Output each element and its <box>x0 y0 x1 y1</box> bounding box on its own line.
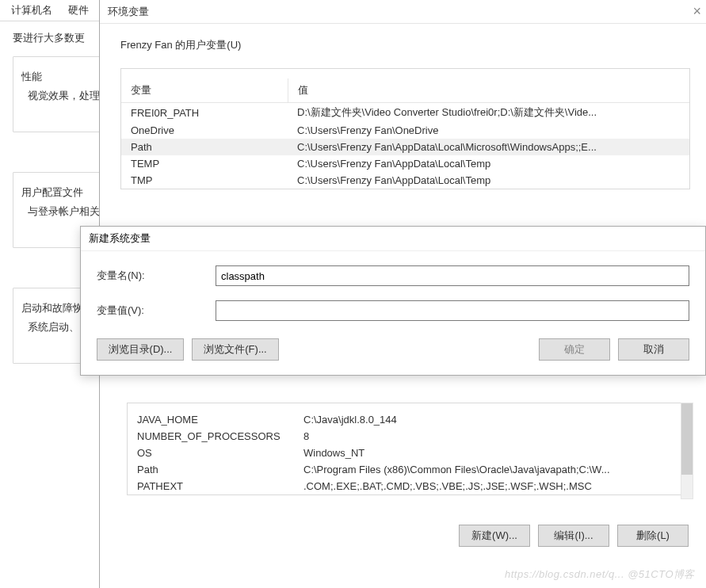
new-var-dialog-buttons: 浏览目录(D)... 浏览文件(F)... 确定 取消 <box>97 335 689 364</box>
var-value: C:\Users\Frenzy Fan\AppData\Local\Temp <box>288 172 689 189</box>
table-row[interactable]: PATHEXT .COM;.EXE;.BAT;.CMD;.VBS;.VBE;.J… <box>128 478 686 494</box>
user-vars-header-row[interactable]: 变量 值 <box>121 78 689 103</box>
table-row[interactable]: NUMBER_OF_PROCESSORS 8 <box>128 428 686 445</box>
var-value: D:\新建文件夹\Video Converter Studio\frei0r;D… <box>288 103 689 123</box>
new-var-dialog-body: 变量名(N): 变量值(V): 浏览目录(D)... 浏览文件(F)... 确定… <box>81 251 705 375</box>
table-row[interactable]: OneDrive C:\Users\Frenzy Fan\OneDrive <box>121 122 689 139</box>
table-row[interactable]: JAVA_HOME C:\Java\jdkl.8.0_144 <box>128 411 686 428</box>
var-name: JAVA_HOME <box>128 411 294 428</box>
col-header-name[interactable]: 变量 <box>121 78 288 103</box>
table-row[interactable]: TEMP C:\Users\Frenzy Fan\AppData\Local\T… <box>121 155 689 172</box>
var-value: .COM;.EXE;.BAT;.CMD;.VBS;.VBE;.JS;.JSE;.… <box>294 478 686 494</box>
var-name: PATHEXT <box>128 478 294 494</box>
var-name: OneDrive <box>121 122 288 139</box>
new-system-var-button[interactable]: 新建(W)... <box>459 525 530 547</box>
close-icon[interactable]: × <box>693 3 701 20</box>
var-name: NUMBER_OF_PROCESSORS <box>128 428 294 445</box>
var-name: TEMP <box>121 155 288 172</box>
delete-system-var-button[interactable]: 删除(L) <box>617 525 689 547</box>
table-row[interactable]: Path C:\Program Files (x86)\Common Files… <box>128 461 686 478</box>
var-value-label: 变量值(V): <box>97 304 216 318</box>
env-dialog-titlebar[interactable]: 环境变量 × <box>100 0 706 24</box>
var-name: OS <box>128 445 294 461</box>
watermark-text: https://blog.csdn.net/q... @51CTO博客 <box>505 567 695 582</box>
system-vars-buttons: 新建(W)... 编辑(I)... 删除(L) <box>100 514 706 555</box>
var-value: C:\Program Files (x86)\Common Files\Orac… <box>294 461 686 478</box>
var-value: Windows_NT <box>294 445 686 461</box>
user-vars-table: 变量 值 FREI0R_PATH D:\新建文件夹\Video Converte… <box>121 78 689 189</box>
col-header-value[interactable]: 值 <box>288 78 689 103</box>
table-row[interactable]: OS Windows_NT <box>128 445 686 461</box>
system-vars-table: JAVA_HOME C:\Java\jdkl.8.0_144 NUMBER_OF… <box>128 411 686 494</box>
system-vars-scrollbar[interactable] <box>681 403 693 499</box>
var-value-input[interactable] <box>216 300 689 321</box>
var-value: C:\Users\Frenzy Fan\OneDrive <box>288 122 689 139</box>
var-name: Path <box>128 461 294 478</box>
var-name: FREI0R_PATH <box>121 103 288 123</box>
tab-hardware[interactable]: 硬件 <box>60 0 97 21</box>
var-value-row: 变量值(V): <box>97 300 689 321</box>
tab-computer-name[interactable]: 计算机名 <box>3 0 60 21</box>
var-name-label: 变量名(N): <box>97 269 216 283</box>
browse-directory-button[interactable]: 浏览目录(D)... <box>97 338 184 361</box>
scrollbar-thumb[interactable] <box>681 403 693 475</box>
table-row[interactable]: Path C:\Users\Frenzy Fan\AppData\Local\M… <box>121 139 689 155</box>
env-dialog-title: 环境变量 <box>108 5 149 19</box>
table-row[interactable]: TMP C:\Users\Frenzy Fan\AppData\Local\Te… <box>121 172 689 189</box>
var-value: C:\Users\Frenzy Fan\AppData\Local\Micros… <box>288 139 689 155</box>
system-properties-tabs: 计算机名 硬件 <box>0 0 102 21</box>
system-vars-box: JAVA_HOME C:\Java\jdkl.8.0_144 NUMBER_OF… <box>127 403 687 495</box>
user-vars-legend: Frenzy Fan 的用户变量(U) <box>117 39 244 51</box>
var-value: 8 <box>294 428 686 445</box>
var-name-input[interactable] <box>216 265 689 286</box>
edit-system-var-button[interactable]: 编辑(I)... <box>538 525 609 547</box>
ok-button[interactable]: 确定 <box>539 338 610 361</box>
var-value: C:\Java\jdkl.8.0_144 <box>294 411 686 428</box>
var-name-row: 变量名(N): <box>97 265 689 286</box>
var-value: C:\Users\Frenzy Fan\AppData\Local\Temp <box>288 155 689 172</box>
intro-text: 要进行大多数更 <box>13 31 102 45</box>
cancel-button[interactable]: 取消 <box>618 338 689 361</box>
var-name: Path <box>121 139 288 155</box>
user-vars-box: 变量 值 FREI0R_PATH D:\新建文件夹\Video Converte… <box>120 68 690 189</box>
browse-file-button[interactable]: 浏览文件(F)... <box>192 338 279 361</box>
env-dialog-body: Frenzy Fan 的用户变量(U) 变量 值 FREI0R_PATH D:\… <box>100 24 706 197</box>
new-var-dialog-title[interactable]: 新建系统变量 <box>81 227 705 251</box>
var-name: TMP <box>121 172 288 189</box>
table-row[interactable]: FREI0R_PATH D:\新建文件夹\Video Converter Stu… <box>121 103 689 123</box>
new-system-variable-dialog: 新建系统变量 变量名(N): 变量值(V): 浏览目录(D)... 浏览文件(F… <box>80 226 706 376</box>
